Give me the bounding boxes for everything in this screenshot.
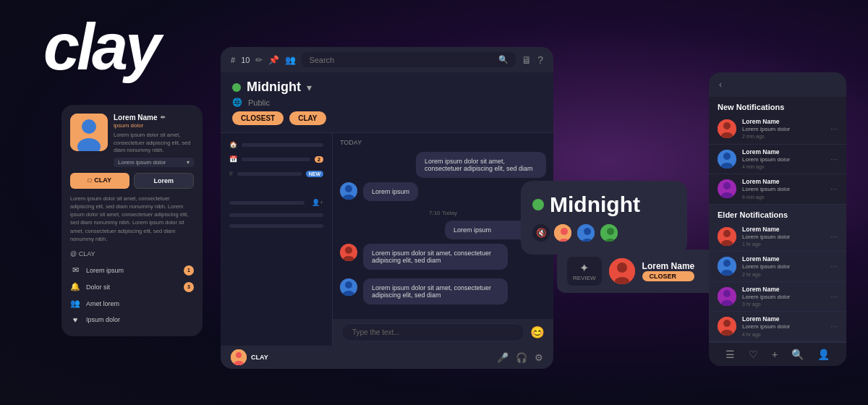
- midnight-avatars: 🔇: [532, 223, 676, 243]
- elder-dots-1[interactable]: ···: [830, 231, 838, 242]
- nav-item-home[interactable]: 🏠: [226, 137, 326, 152]
- home-icon: 🏠: [229, 141, 237, 148]
- left-panel: Lorem Name ✏ ipsum dolor Lorem ipsum dol…: [61, 105, 203, 336]
- svg-point-7: [345, 247, 352, 254]
- nav-item-hash[interactable]: # NEW: [226, 166, 326, 181]
- nav-item-calendar[interactable]: 📅 2: [226, 152, 326, 166]
- elder-notif-1[interactable]: Lorem Name Lorem ipsum dolor 1 hr ago ··…: [709, 222, 846, 252]
- menu-item-heart[interactable]: ♥ Ipsum dolor: [70, 312, 194, 328]
- message-row-5: Lorem ipsum dolor sit amet, consectetuer…: [340, 278, 546, 309]
- elder-dots-2[interactable]: ···: [830, 261, 838, 271]
- tab-clay[interactable]: □CLAY: [70, 173, 129, 189]
- mini-avatar-1: [553, 223, 573, 243]
- menu-item-bell[interactable]: 🔔 Dolor sit 3: [70, 278, 194, 295]
- elder-avatar-3: [718, 287, 736, 306]
- notif-dots-1[interactable]: ···: [830, 124, 838, 134]
- elder-dots-4[interactable]: ···: [830, 321, 838, 331]
- panel-collapse-icon[interactable]: ‹: [719, 80, 722, 90]
- chevron-down-icon[interactable]: ▾: [307, 82, 312, 93]
- nav-item-r1[interactable]: 👤+: [226, 195, 326, 210]
- notif-item-1[interactable]: Lorem Name Lorem ipsum dolor 2 min ago ·…: [709, 114, 846, 145]
- menu-nav-icon[interactable]: ☰: [726, 349, 735, 360]
- bottom-username: CLAY: [251, 354, 268, 361]
- elder-avatar-4: [718, 317, 736, 336]
- settings-icon[interactable]: ⚙: [535, 352, 543, 363]
- today-label: TODAY: [340, 139, 546, 146]
- elder-dots-3[interactable]: ···: [830, 291, 838, 302]
- mail-icon: ✉: [70, 265, 80, 275]
- svg-point-13: [236, 352, 242, 358]
- notif-item-3[interactable]: Lorem Name Lorem ipsum dolor 6 min ago ·…: [709, 174, 846, 205]
- midnight-title: Midnight: [532, 192, 676, 217]
- hash-badge: NEW: [306, 171, 323, 177]
- profile-dropdown[interactable]: Lorem ipsum dolor ▾: [114, 158, 194, 167]
- hash-nav-icon: #: [229, 170, 233, 177]
- midnight-popup: Midnight 🔇: [521, 181, 687, 255]
- menu-item-users[interactable]: 👥 Amet lorem: [70, 295, 194, 312]
- profile-name: Lorem Name ✏: [114, 114, 194, 122]
- tag-closest[interactable]: CLOSEST: [232, 111, 284, 125]
- svg-point-37: [723, 230, 731, 237]
- chat-input[interactable]: Type the text...: [341, 323, 524, 341]
- svg-point-19: [584, 228, 591, 235]
- heart-icon: ♥: [70, 315, 80, 324]
- svg-point-1: [82, 119, 96, 134]
- closer-card: ✦ REVIEW Lorem Name CLOSER: [557, 250, 716, 293]
- emoji-icon[interactable]: 😊: [530, 325, 545, 339]
- new-notifications-title: New Notifications: [709, 97, 846, 114]
- monitor-icon: 🖥: [522, 54, 532, 66]
- pin-icon: 📌: [268, 55, 279, 65]
- elder-notif-3[interactable]: Lorem Name Lorem ipsum dolor 3 hr ago ··…: [709, 282, 846, 312]
- profile-desc: Lorem ipsum dolor sit amet, consectetuer…: [114, 132, 194, 155]
- elder-text-4: Lorem Name Lorem ipsum dolor 4 hr ago: [742, 315, 825, 338]
- svg-point-22: [607, 228, 614, 235]
- person-nav-icon[interactable]: 👤: [817, 349, 830, 360]
- msg-avatar-2: [340, 182, 357, 200]
- message-5: Lorem ipsum dolor sit amet, consectetuer…: [363, 278, 508, 304]
- closer-info: Lorem Name CLOSER: [642, 261, 695, 281]
- message-2: Lorem ipsum: [363, 182, 418, 201]
- search-nav-icon[interactable]: 🔍: [791, 349, 804, 360]
- svg-point-46: [723, 320, 731, 327]
- closer-name: Lorem Name: [642, 261, 695, 271]
- nav-item-r2[interactable]: [226, 210, 326, 221]
- mini-avatar-2: [576, 223, 596, 243]
- headphone-icon[interactable]: 🎧: [516, 352, 527, 363]
- channel-header: Midnight ▾ 🌐 Public CLOSEST CLAY: [221, 72, 553, 133]
- elder-section: Elder Notifications Lorem Name Lorem ips…: [709, 205, 846, 342]
- mic-icon[interactable]: 🎤: [497, 352, 509, 363]
- review-box[interactable]: ✦ REVIEW: [567, 257, 602, 286]
- menu-item-mail[interactable]: ✉ Lorem ipsum 1: [70, 262, 194, 278]
- mini-avatar-3: [599, 223, 619, 243]
- hash-icon: #: [231, 56, 235, 64]
- profile-sub: ipsum dolor: [114, 122, 194, 129]
- search-input[interactable]: [309, 56, 494, 64]
- tab-lorem[interactable]: Lorem: [134, 173, 195, 189]
- elder-notif-4[interactable]: Lorem Name Lorem ipsum dolor 4 hr ago ··…: [709, 312, 846, 342]
- search-box[interactable]: 🔍: [302, 52, 516, 67]
- review-star-icon: ✦: [573, 261, 596, 275]
- msg-avatar-4: [340, 244, 357, 261]
- mail-badge: 1: [184, 265, 194, 276]
- msg-avatar-5: [340, 278, 357, 296]
- profile-info: Lorem Name ✏ ipsum dolor Lorem ipsum dol…: [114, 114, 194, 167]
- notif-text-2: Lorem Name Lorem ipsum dolor 4 min ago: [742, 148, 825, 171]
- nav-item-r3[interactable]: [226, 221, 326, 231]
- people-icon: 👥: [285, 55, 296, 65]
- elder-avatar-1: [718, 227, 736, 246]
- body-text: Lorem ipsum dolor sit amet, consectetuer…: [70, 195, 194, 244]
- profile-section: Lorem Name ✏ ipsum dolor Lorem ipsum dol…: [70, 114, 194, 167]
- left-nav: 🏠 📅 2 # NEW 👤+: [221, 133, 333, 346]
- heart-nav-icon[interactable]: ♡: [749, 349, 758, 360]
- mute-icon[interactable]: 🔇: [532, 224, 550, 242]
- notif-dots-2[interactable]: ···: [830, 154, 838, 164]
- notif-dots-3[interactable]: ···: [830, 184, 838, 194]
- clay-logo: clay: [43, 14, 158, 80]
- at-clay-label: @ CLAY: [70, 250, 194, 257]
- elder-notif-2[interactable]: Lorem Name Lorem ipsum dolor 2 hr ago ··…: [709, 252, 846, 282]
- plus-nav-icon[interactable]: +: [772, 349, 778, 360]
- tag-clay[interactable]: CLAY: [289, 111, 326, 125]
- notif-item-2[interactable]: Lorem Name Lorem ipsum dolor 4 min ago ·…: [709, 145, 846, 175]
- svg-point-10: [345, 281, 352, 289]
- search-icon: 🔍: [498, 55, 509, 64]
